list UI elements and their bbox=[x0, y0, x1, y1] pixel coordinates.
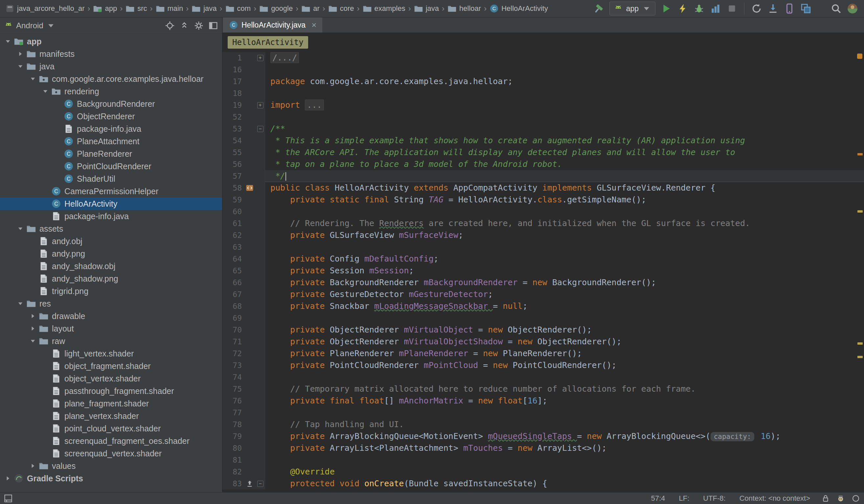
profiler-icon[interactable] bbox=[710, 3, 721, 14]
gutter-cell[interactable]: 18 bbox=[223, 87, 265, 99]
breadcrumb-item[interactable]: examples bbox=[363, 4, 405, 13]
stop-icon[interactable] bbox=[727, 3, 737, 14]
gutter-cell[interactable]: 58 bbox=[223, 182, 265, 194]
sdk-manager-icon[interactable] bbox=[767, 3, 779, 14]
breadcrumb-item[interactable]: main bbox=[156, 4, 183, 13]
chevron-down-icon[interactable] bbox=[42, 88, 49, 95]
code-line[interactable]: 1+/.../ bbox=[223, 52, 864, 64]
breadcrumb-item[interactable]: helloar bbox=[447, 4, 481, 13]
gutter-cell[interactable]: 17 bbox=[223, 75, 265, 87]
code-line[interactable]: 59 private static final String TAG = Hel… bbox=[223, 194, 864, 206]
code-line[interactable]: 78 // Tap handling and UI. bbox=[223, 419, 864, 430]
tree-item-gradle-scripts[interactable]: Gradle Scripts bbox=[0, 472, 222, 484]
gutter-cell[interactable]: 77 bbox=[223, 407, 265, 419]
fold-collapse-icon[interactable]: − bbox=[257, 481, 263, 487]
code-line[interactable]: 54 * This is a simple example that shows… bbox=[223, 135, 864, 146]
tree-item-layout[interactable]: layout bbox=[0, 322, 222, 335]
gutter-cell[interactable]: 52 bbox=[223, 111, 265, 123]
code-line[interactable]: 60 bbox=[223, 206, 864, 217]
gutter-cell[interactable]: 80 bbox=[223, 442, 265, 454]
tree-item-planerenderer[interactable]: CPlaneRenderer bbox=[0, 147, 222, 160]
status-line-ending[interactable]: LF: bbox=[679, 494, 689, 503]
lock-icon[interactable] bbox=[821, 494, 830, 503]
breadcrumb-item[interactable]: src bbox=[125, 4, 147, 13]
code-line[interactable]: 71 private ObjectRenderer mVirtualObject… bbox=[223, 336, 864, 348]
code-line[interactable]: 58public class HelloArActivity extends A… bbox=[223, 182, 864, 194]
chevron-down-icon[interactable] bbox=[17, 225, 24, 232]
tree-item-objectrenderer[interactable]: CObjectRenderer bbox=[0, 110, 222, 122]
tree-item-drawable[interactable]: drawable bbox=[0, 310, 222, 322]
status-encoding[interactable]: UTF-8: bbox=[703, 494, 725, 503]
code-line[interactable]: 73 private PointCloudRenderer mPointClou… bbox=[223, 359, 864, 371]
tree-item-com-google-ar-core-examples-java-helloar[interactable]: com.google.ar.core.examples.java.helloar bbox=[0, 73, 222, 85]
code-line[interactable]: 17package com.google.ar.core.examples.ja… bbox=[223, 75, 864, 87]
folded-region[interactable]: /.../ bbox=[271, 52, 299, 63]
tree-item-point-cloud-vertex-shader[interactable]: point_cloud_vertex.shader bbox=[0, 422, 222, 435]
code-line[interactable]: 16 bbox=[223, 64, 864, 75]
inlay-hint[interactable]: capacity: bbox=[711, 432, 755, 441]
code-line[interactable]: 83− protected void onCreate(Bundle saved… bbox=[223, 478, 864, 490]
run-icon[interactable] bbox=[661, 3, 672, 14]
breadcrumb-item[interactable]: java bbox=[414, 4, 439, 13]
code-editor[interactable]: 1+/.../1617package com.google.ar.core.ex… bbox=[223, 52, 864, 492]
gutter-cell[interactable]: 69 bbox=[223, 312, 265, 324]
code-line[interactable]: 79 private ArrayBlockingQueue<MotionEven… bbox=[223, 430, 864, 442]
breadcrumb-item[interactable]: java bbox=[192, 4, 216, 13]
gutter-cell[interactable]: 55 bbox=[223, 146, 265, 158]
tree-item-screenquad-vertex-shader[interactable]: screenquad_vertex.shader bbox=[0, 447, 222, 460]
tree-item-andy-shadow-obj[interactable]: andy_shadow.obj bbox=[0, 260, 222, 272]
tree-item-andy-png[interactable]: andy.png bbox=[0, 248, 222, 260]
code-line[interactable]: 82 @Override bbox=[223, 466, 864, 478]
hide-panel-icon[interactable] bbox=[208, 21, 218, 31]
gutter-cell[interactable]: 65 bbox=[223, 265, 265, 277]
tree-item-package-info-java[interactable]: package-info.java bbox=[0, 122, 222, 135]
tree-item-rendering[interactable]: rendering bbox=[0, 85, 222, 98]
tree-item-planeattachment[interactable]: CPlaneAttachment bbox=[0, 135, 222, 147]
breadcrumb-item[interactable]: java_arcore_hello_ar bbox=[5, 4, 84, 13]
stripe-mark[interactable] bbox=[857, 210, 863, 213]
assistant-avatar-icon[interactable] bbox=[847, 3, 858, 14]
code-line[interactable]: 69 bbox=[223, 312, 864, 324]
gutter-cell[interactable]: 57 bbox=[223, 170, 265, 182]
gutter-cell[interactable]: 74 bbox=[223, 371, 265, 383]
chevron-right-icon[interactable] bbox=[29, 312, 36, 320]
fold-expand-icon[interactable]: + bbox=[257, 102, 263, 108]
tree-item-app[interactable]: app bbox=[0, 35, 222, 48]
code-line[interactable]: 81 bbox=[223, 454, 864, 466]
gutter-cell[interactable]: 19+ bbox=[223, 99, 265, 111]
device-manager-icon[interactable] bbox=[784, 3, 795, 14]
tree-item-andy-obj[interactable]: andy.obj bbox=[0, 235, 222, 248]
collapse-all-icon[interactable] bbox=[179, 21, 189, 31]
code-line[interactable]: 57 */ bbox=[223, 170, 864, 182]
chevron-down-icon[interactable] bbox=[17, 300, 24, 307]
tree-item-values[interactable]: values bbox=[0, 460, 222, 472]
gutter-cell[interactable]: 62 bbox=[223, 229, 265, 241]
close-icon[interactable]: × bbox=[311, 21, 316, 29]
gutter-cell[interactable]: 83− bbox=[223, 478, 265, 490]
locate-icon[interactable] bbox=[165, 21, 175, 31]
gutter-cell[interactable]: 59 bbox=[223, 194, 265, 206]
tree-item-java[interactable]: java bbox=[0, 60, 222, 73]
code-line[interactable]: 18 bbox=[223, 87, 864, 99]
code-line[interactable]: 62 private GLSurfaceView mSurfaceView; bbox=[223, 229, 864, 241]
tree-item-screenquad-fragment-oes-shader[interactable]: screenquad_fragment_oes.shader bbox=[0, 435, 222, 447]
tree-item-camerapermissionhelper[interactable]: CCameraPermissionHelper bbox=[0, 185, 222, 197]
gutter-cell[interactable]: 61 bbox=[223, 217, 265, 229]
tree-item-res[interactable]: res bbox=[0, 297, 222, 310]
gutter-cell[interactable]: 67 bbox=[223, 288, 265, 300]
run-config-selector[interactable]: app bbox=[609, 2, 656, 15]
stripe-mark[interactable] bbox=[857, 343, 863, 345]
breadcrumb-item[interactable]: com bbox=[225, 4, 251, 13]
gutter-cell[interactable]: 56 bbox=[223, 158, 265, 170]
breadcrumb-item[interactable]: core bbox=[328, 4, 354, 13]
tree-item-pointcloudrenderer[interactable]: CPointCloudRenderer bbox=[0, 160, 222, 172]
class-marker-icon[interactable] bbox=[245, 184, 254, 192]
build-hammer-icon[interactable] bbox=[593, 3, 604, 14]
apply-changes-icon[interactable] bbox=[677, 3, 688, 14]
error-stripe[interactable] bbox=[855, 52, 864, 492]
code-line[interactable]: 67 private GestureDetector mGestureDetec… bbox=[223, 288, 864, 300]
tree-item-raw[interactable]: raw bbox=[0, 335, 222, 347]
breadcrumb-item[interactable]: google bbox=[259, 4, 293, 13]
code-line[interactable]: 19+import ... bbox=[223, 99, 864, 111]
tree-item-helloaractivity[interactable]: CHelloArActivity bbox=[0, 197, 222, 210]
